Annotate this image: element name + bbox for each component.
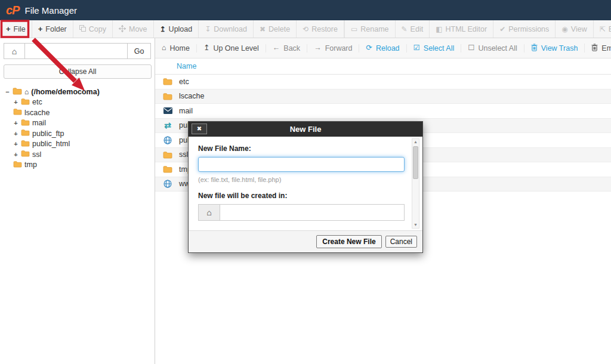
forward-arrow-icon: → bbox=[314, 44, 322, 52]
created-in-label: New file will be created in: bbox=[198, 192, 405, 200]
expand-expander[interactable]: + bbox=[13, 119, 18, 127]
permissions-button[interactable]: ✔Permissions bbox=[493, 20, 556, 38]
tree-item-public-ftp[interactable]: + public_ftp bbox=[13, 128, 155, 139]
cancel-button[interactable]: Cancel bbox=[385, 236, 417, 248]
move-icon bbox=[119, 25, 126, 33]
home-icon: ⌂ bbox=[12, 47, 17, 56]
folder-icon bbox=[13, 108, 22, 117]
new-file-dialog: ✖ New File New File Name: (ex: file.txt,… bbox=[188, 121, 423, 253]
home-icon[interactable]: ⌂ bbox=[198, 204, 220, 221]
move-button[interactable]: Move bbox=[113, 20, 154, 38]
globe-icon bbox=[162, 136, 173, 144]
folder-icon bbox=[162, 78, 173, 85]
trash-icon bbox=[531, 44, 538, 53]
tree-item-label: ssl bbox=[32, 150, 41, 159]
tree-root-label: (/home/democoma) bbox=[31, 88, 100, 96]
create-path-input[interactable] bbox=[220, 204, 405, 221]
navigation-toolbar: ⌂Home ↥Up One Level ←Back →Forward ⟳Relo… bbox=[155, 38, 611, 58]
file-name-hint: (ex: file.txt, file.html, file.php) bbox=[198, 176, 405, 183]
close-icon[interactable]: ✖ bbox=[192, 124, 207, 134]
path-input[interactable] bbox=[24, 43, 128, 59]
dialog-footer: Create New File Cancel bbox=[189, 230, 422, 252]
dialog-titlebar: ✖ New File bbox=[189, 122, 422, 137]
scrollbar-thumb[interactable] bbox=[413, 146, 418, 179]
directory-tree: − ⌂ (/home/democoma) + etc lscache + bbox=[0, 87, 155, 170]
nav-reload-button[interactable]: ⟳Reload bbox=[359, 44, 406, 53]
home-icon: ⌂ bbox=[162, 44, 166, 52]
tree-item-tmp[interactable]: tmp bbox=[13, 160, 155, 171]
folder-icon bbox=[162, 92, 173, 100]
tree-item-public-html[interactable]: + public_html bbox=[13, 139, 155, 150]
copy-button[interactable]: Copy bbox=[73, 20, 113, 38]
nav-unselect-all-button[interactable]: ☐Unselect All bbox=[461, 44, 524, 53]
nav-home-button[interactable]: ⌂Home bbox=[155, 44, 197, 53]
tree-root-home[interactable]: − ⌂ (/home/democoma) bbox=[5, 87, 155, 97]
file-name: etc bbox=[179, 78, 189, 86]
nav-forward-button[interactable]: →Forward bbox=[307, 44, 359, 53]
view-icon: ◉ bbox=[561, 26, 567, 33]
folder-icon bbox=[21, 119, 30, 128]
nav-view-trash-button[interactable]: View Trash bbox=[524, 44, 585, 53]
file-row-etc[interactable]: etc bbox=[155, 75, 611, 90]
file-table-header: Name bbox=[155, 58, 611, 75]
unselect-all-icon: ☐ bbox=[468, 44, 474, 52]
new-file-name-label: New File Name: bbox=[198, 144, 405, 153]
sync-icon: ⇄ bbox=[162, 121, 173, 129]
delete-button[interactable]: ✖Delete bbox=[254, 20, 297, 38]
restore-icon: ⟲ bbox=[303, 26, 308, 33]
open-folder-icon bbox=[13, 87, 22, 97]
mail-icon bbox=[162, 107, 173, 114]
file-name: mail bbox=[179, 107, 193, 115]
edit-icon: ✎ bbox=[402, 26, 408, 33]
name-column-header[interactable]: Name bbox=[177, 62, 196, 70]
expand-expander[interactable]: + bbox=[13, 130, 18, 137]
expand-expander[interactable]: + bbox=[13, 140, 18, 147]
cpanel-logo: cP bbox=[6, 4, 19, 17]
restore-button[interactable]: ⟲Restore bbox=[297, 20, 344, 38]
new-file-button[interactable]: +File bbox=[0, 20, 32, 38]
expand-expander[interactable]: + bbox=[13, 98, 18, 106]
scroll-up-icon[interactable]: ▲ bbox=[413, 139, 418, 145]
directory-sidebar: ⌂ Go Collapse All − ⌂ (/home/democoma) +… bbox=[0, 38, 155, 364]
nav-back-button[interactable]: ←Back bbox=[266, 44, 307, 53]
dialog-body: New File Name: (ex: file.txt, file.html,… bbox=[189, 137, 422, 230]
edit-button[interactable]: ✎Edit bbox=[396, 20, 430, 38]
tree-item-etc[interactable]: + etc bbox=[13, 97, 155, 108]
collapse-all-button[interactable]: Collapse All bbox=[4, 64, 152, 79]
rename-icon: ▭ bbox=[351, 26, 357, 33]
nav-up-one-level-button[interactable]: ↥Up One Level bbox=[197, 44, 266, 53]
new-folder-button[interactable]: +Folder bbox=[32, 20, 73, 38]
trash-icon bbox=[591, 44, 598, 53]
folder-icon bbox=[21, 98, 30, 107]
extract-button[interactable]: ⇱Extract bbox=[594, 20, 611, 38]
back-arrow-icon: ← bbox=[273, 44, 280, 52]
tree-item-mail[interactable]: + mail bbox=[13, 118, 155, 129]
download-icon: ↧ bbox=[205, 26, 211, 33]
collapse-expander[interactable]: − bbox=[5, 88, 10, 95]
tree-item-label: public_html bbox=[32, 140, 70, 148]
upload-button[interactable]: ↥Upload bbox=[154, 20, 199, 38]
nav-empty-trash-button[interactable]: Empty Trash bbox=[585, 44, 611, 53]
html-editor-button[interactable]: ◧HTML Editor bbox=[430, 20, 493, 38]
rename-button[interactable]: ▭Rename bbox=[345, 20, 396, 38]
tree-item-label: public_ftp bbox=[32, 129, 64, 138]
file-row-mail[interactable]: mail bbox=[155, 104, 611, 119]
dialog-scrollbar[interactable]: ▲ ▼ bbox=[412, 138, 419, 229]
tree-item-lscache[interactable]: lscache bbox=[13, 107, 155, 118]
extract-icon: ⇱ bbox=[600, 26, 606, 33]
nav-select-all-button[interactable]: ☑Select All bbox=[407, 44, 462, 53]
go-button[interactable]: Go bbox=[127, 43, 151, 59]
new-file-name-input[interactable] bbox=[198, 157, 405, 172]
tree-item-ssl[interactable]: + ssl bbox=[13, 149, 155, 160]
create-new-file-button[interactable]: Create New File bbox=[316, 235, 381, 248]
file-row-lscache[interactable]: lscache bbox=[155, 90, 611, 104]
scroll-down-icon[interactable]: ▼ bbox=[413, 222, 418, 228]
expand-expander[interactable]: + bbox=[13, 151, 18, 158]
file-toolbar: +File +Folder Copy Move ↥Upload ↧Downloa… bbox=[0, 20, 611, 38]
path-search-row: ⌂ Go bbox=[4, 43, 151, 59]
path-input-group: ⌂ bbox=[198, 204, 405, 221]
download-button[interactable]: ↧Download bbox=[199, 20, 254, 38]
view-button[interactable]: ◉View bbox=[556, 20, 593, 38]
copy-icon bbox=[79, 25, 86, 33]
home-button[interactable]: ⌂ bbox=[4, 43, 25, 59]
